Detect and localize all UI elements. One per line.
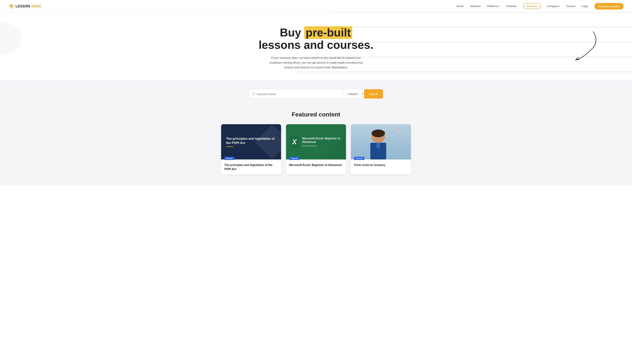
popi-card-title: The principles and legislation of the PO… [226, 137, 276, 145]
nav-features[interactable]: Features [506, 4, 516, 8]
popi-underline [226, 146, 233, 147]
popi-badge: Course [224, 157, 234, 160]
crisis-person-bg [351, 124, 411, 160]
svg-point-27 [398, 128, 399, 129]
course-card-crisis[interactable]: Course From crisis to recovery [351, 124, 411, 174]
featured-section: Featured content The principles and legi… [0, 104, 632, 185]
course-card-popi[interactable]: The principles and legislation of the PO… [221, 124, 281, 174]
search-icon [252, 92, 255, 96]
request-quote-button[interactable]: Request a quote [594, 3, 623, 10]
nav-home[interactable]: Home [456, 4, 463, 8]
popi-card-content: The principles and legislation of the PO… [226, 137, 276, 147]
nav-solutions[interactable]: Solutions [470, 4, 481, 8]
search-input-wrap [249, 90, 343, 98]
hero-subtext: If your business does not have content o… [265, 56, 367, 70]
hero-headline-part1: Buy [280, 26, 304, 39]
svg-point-31 [402, 141, 403, 142]
svg-point-28 [401, 129, 402, 130]
card-thumb-popi: The principles and legislation of the PO… [221, 124, 281, 160]
nav-links: Home Solutions Platforms Features Course… [456, 3, 623, 10]
logo-desk-text: DESK [31, 4, 41, 8]
hero-headline: Buy pre-built lessons and courses. [4, 26, 628, 51]
svg-point-26 [400, 132, 401, 133]
nav-courses[interactable]: Courses [523, 3, 541, 9]
popi-card-body: The principles and legislation of the PO… [221, 160, 281, 174]
excel-icon-box: X [289, 136, 299, 148]
search-bar: Category Search [249, 89, 383, 99]
excel-provider: Microsoft Excel [302, 145, 343, 147]
svg-point-34 [405, 140, 406, 142]
nav-platforms[interactable]: Platforms [487, 4, 500, 8]
logo-lesson-text: LESSON [16, 4, 30, 8]
nav-login[interactable]: Login [582, 4, 588, 8]
svg-point-21 [372, 130, 385, 137]
excel-badge-wrap: Course [286, 157, 346, 160]
excel-course-title: Microsoft Excel: Beginner to Advanced [302, 137, 343, 144]
hero-section: Buy pre-built lessons and courses. If yo… [0, 12, 632, 80]
excel-badge: Course [289, 157, 299, 160]
excel-card-body-title: Microsoft Excel: Beginner to Advanced [289, 163, 343, 167]
search-input[interactable] [257, 90, 341, 98]
featured-grid: The principles and legislation of the PO… [215, 124, 417, 174]
search-button[interactable]: Search [364, 89, 383, 98]
nav-contact[interactable]: Contact [566, 4, 575, 8]
excel-card-body: Microsoft Excel: Beginner to Advanced [286, 160, 346, 170]
excel-x-letter: X [292, 138, 297, 146]
course-card-excel[interactable]: X Microsoft Excel: Beginner to Advanced … [286, 124, 346, 174]
logo-icon [9, 3, 14, 9]
svg-line-18 [254, 94, 255, 95]
popi-badge-wrap: Course [221, 157, 281, 160]
svg-point-29 [395, 132, 397, 134]
svg-point-32 [405, 142, 406, 143]
hero-headline-part2: lessons and courses. [259, 38, 374, 51]
crisis-card-body-title: From crisis to recovery [354, 163, 408, 167]
crisis-person-svg [351, 124, 411, 160]
main-nav: LESSONDESK Home Solutions Platforms Feat… [0, 0, 632, 12]
crisis-card-body: From crisis to recovery [351, 160, 411, 170]
featured-title: Featured content [4, 111, 628, 118]
svg-point-33 [403, 140, 404, 140]
nav-company[interactable]: Company [547, 4, 560, 8]
crisis-badge-wrap: Course [351, 157, 411, 160]
search-section: Category Search [0, 80, 632, 104]
card-thumb-crisis [351, 124, 411, 160]
category-select[interactable]: Category [344, 89, 364, 98]
card-thumb-excel: X Microsoft Excel: Beginner to Advanced … [286, 124, 346, 160]
svg-point-25 [396, 130, 398, 131]
excel-text-block: Microsoft Excel: Beginner to Advanced Mi… [302, 137, 343, 147]
svg-rect-23 [377, 143, 380, 148]
hero-headline-highlight: pre-built [304, 26, 352, 39]
logo[interactable]: LESSONDESK [9, 3, 41, 9]
crisis-badge: Course [354, 157, 364, 160]
popi-card-body-title: The principles and legislation of the PO… [224, 163, 278, 171]
